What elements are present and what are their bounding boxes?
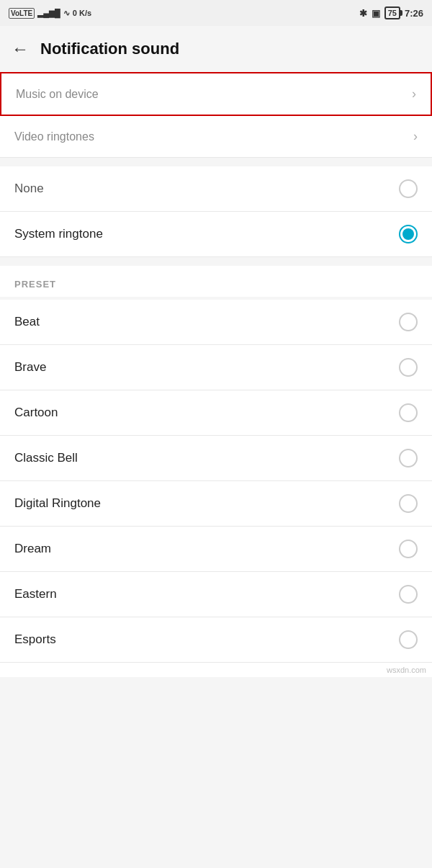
battery-indicator: 75 xyxy=(384,6,400,19)
esports-label: Esports xyxy=(14,632,56,647)
music-on-device-item[interactable]: Music on device › xyxy=(0,72,432,116)
none-label: None xyxy=(14,182,44,196)
classic-bell-label: Classic Bell xyxy=(14,451,78,465)
data-speed: 0 K/s xyxy=(73,9,91,17)
watermark: wsxdn.com xyxy=(0,663,432,677)
system-ringtone-radio-item[interactable]: System ringtone xyxy=(0,212,432,257)
digital-ringtone-radio-circle xyxy=(399,494,418,513)
system-ringtone-radio-circle xyxy=(399,225,418,243)
page-title: Notification sound xyxy=(40,40,179,58)
esports-radio-circle xyxy=(399,630,418,649)
digital-ringtone-label: Digital Ringtone xyxy=(14,496,101,511)
back-arrow-icon: ← xyxy=(12,39,29,59)
music-on-device-label: Music on device xyxy=(16,88,99,101)
cartoon-preset-item[interactable]: Cartoon xyxy=(0,390,432,436)
chevron-right-icon: › xyxy=(413,129,418,144)
brave-radio-circle xyxy=(399,358,418,377)
volte-indicator: VoLTE xyxy=(9,8,35,19)
classic-bell-preset-item[interactable]: Classic Bell xyxy=(0,436,432,481)
beat-preset-item[interactable]: Beat xyxy=(0,300,432,345)
signal-strength: ▂▄▆█ xyxy=(37,9,60,18)
video-ringtones-label: Video ringtones xyxy=(14,130,94,143)
brave-preset-item[interactable]: Brave xyxy=(0,345,432,390)
dream-preset-item[interactable]: Dream xyxy=(0,527,432,572)
header: ← Notification sound xyxy=(0,26,432,72)
content: Music on device › Video ringtones › None… xyxy=(0,72,432,677)
none-radio-circle xyxy=(399,179,418,198)
time-display: 7:26 xyxy=(405,8,423,19)
video-ringtones-item[interactable]: Video ringtones › xyxy=(0,116,432,158)
beat-radio-circle xyxy=(399,313,418,331)
eastern-preset-item[interactable]: Eastern xyxy=(0,572,432,617)
eastern-radio-circle xyxy=(399,585,418,604)
beat-label: Beat xyxy=(14,315,40,329)
gap-divider-2 xyxy=(0,257,432,266)
dream-radio-circle xyxy=(399,540,418,558)
gap-divider xyxy=(0,158,432,166)
classic-bell-radio-circle xyxy=(399,449,418,467)
system-ringtone-label: System ringtone xyxy=(14,227,103,241)
cartoon-radio-circle xyxy=(399,403,418,422)
eastern-label: Eastern xyxy=(14,587,57,601)
cartoon-label: Cartoon xyxy=(14,406,58,420)
preset-section-label: PRESET xyxy=(0,266,432,297)
bluetooth-icon: ✱ xyxy=(359,8,367,19)
status-left: VoLTE ▂▄▆█ ∿ 0 K/s xyxy=(9,8,91,19)
back-button[interactable]: ← xyxy=(12,39,29,59)
vibrate-icon: ▣ xyxy=(372,8,380,19)
dream-label: Dream xyxy=(14,542,51,556)
none-radio-item[interactable]: None xyxy=(0,166,432,212)
wifi-icon: ∿ xyxy=(63,9,70,18)
status-bar: VoLTE ▂▄▆█ ∿ 0 K/s ✱ ▣ 75 7:26 xyxy=(0,0,432,26)
status-right: ✱ ▣ 75 7:26 xyxy=(359,6,423,19)
digital-ringtone-preset-item[interactable]: Digital Ringtone xyxy=(0,481,432,527)
brave-label: Brave xyxy=(14,360,46,375)
esports-preset-item[interactable]: Esports xyxy=(0,617,432,663)
chevron-right-icon: › xyxy=(412,86,416,102)
